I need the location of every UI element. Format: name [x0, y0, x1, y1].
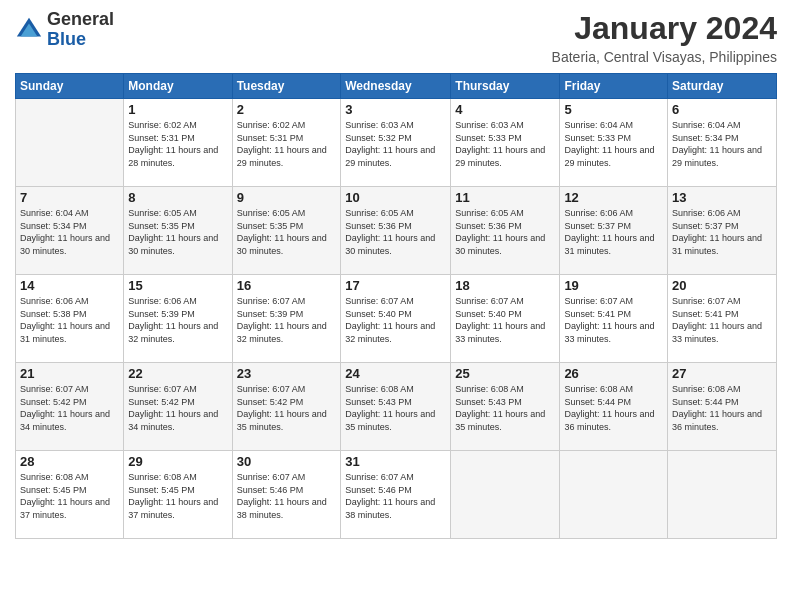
day-number: 25 [455, 366, 555, 381]
header-friday: Friday [560, 74, 668, 99]
day-number: 7 [20, 190, 119, 205]
header-thursday: Thursday [451, 74, 560, 99]
day-number: 5 [564, 102, 663, 117]
day-info: Sunrise: 6:08 AMSunset: 5:44 PMDaylight:… [672, 383, 772, 433]
day-number: 18 [455, 278, 555, 293]
header-monday: Monday [124, 74, 232, 99]
table-row [560, 451, 668, 539]
day-info: Sunrise: 6:05 AMSunset: 5:36 PMDaylight:… [345, 207, 446, 257]
day-number: 6 [672, 102, 772, 117]
table-row: 17Sunrise: 6:07 AMSunset: 5:40 PMDayligh… [341, 275, 451, 363]
day-info: Sunrise: 6:08 AMSunset: 5:43 PMDaylight:… [455, 383, 555, 433]
day-info: Sunrise: 6:08 AMSunset: 5:44 PMDaylight:… [564, 383, 663, 433]
table-row: 3Sunrise: 6:03 AMSunset: 5:32 PMDaylight… [341, 99, 451, 187]
day-info: Sunrise: 6:08 AMSunset: 5:43 PMDaylight:… [345, 383, 446, 433]
table-row: 2Sunrise: 6:02 AMSunset: 5:31 PMDaylight… [232, 99, 341, 187]
logo-text: General Blue [47, 10, 114, 50]
table-row: 9Sunrise: 6:05 AMSunset: 5:35 PMDaylight… [232, 187, 341, 275]
table-row: 8Sunrise: 6:05 AMSunset: 5:35 PMDaylight… [124, 187, 232, 275]
day-number: 15 [128, 278, 227, 293]
day-number: 23 [237, 366, 337, 381]
table-row: 1Sunrise: 6:02 AMSunset: 5:31 PMDaylight… [124, 99, 232, 187]
day-info: Sunrise: 6:04 AMSunset: 5:34 PMDaylight:… [20, 207, 119, 257]
table-row: 30Sunrise: 6:07 AMSunset: 5:46 PMDayligh… [232, 451, 341, 539]
day-number: 10 [345, 190, 446, 205]
table-row: 26Sunrise: 6:08 AMSunset: 5:44 PMDayligh… [560, 363, 668, 451]
day-info: Sunrise: 6:07 AMSunset: 5:42 PMDaylight:… [20, 383, 119, 433]
table-row: 7Sunrise: 6:04 AMSunset: 5:34 PMDaylight… [16, 187, 124, 275]
header-saturday: Saturday [668, 74, 777, 99]
day-info: Sunrise: 6:03 AMSunset: 5:33 PMDaylight:… [455, 119, 555, 169]
calendar-header-row: Sunday Monday Tuesday Wednesday Thursday… [16, 74, 777, 99]
day-number: 31 [345, 454, 446, 469]
day-info: Sunrise: 6:06 AMSunset: 5:37 PMDaylight:… [564, 207, 663, 257]
day-number: 20 [672, 278, 772, 293]
table-row: 14Sunrise: 6:06 AMSunset: 5:38 PMDayligh… [16, 275, 124, 363]
day-number: 2 [237, 102, 337, 117]
day-info: Sunrise: 6:06 AMSunset: 5:39 PMDaylight:… [128, 295, 227, 345]
day-info: Sunrise: 6:07 AMSunset: 5:42 PMDaylight:… [237, 383, 337, 433]
day-info: Sunrise: 6:07 AMSunset: 5:40 PMDaylight:… [345, 295, 446, 345]
day-info: Sunrise: 6:08 AMSunset: 5:45 PMDaylight:… [20, 471, 119, 521]
day-number: 16 [237, 278, 337, 293]
table-row: 10Sunrise: 6:05 AMSunset: 5:36 PMDayligh… [341, 187, 451, 275]
location-subtitle: Bateria, Central Visayas, Philippines [552, 49, 777, 65]
table-row: 13Sunrise: 6:06 AMSunset: 5:37 PMDayligh… [668, 187, 777, 275]
day-info: Sunrise: 6:07 AMSunset: 5:46 PMDaylight:… [237, 471, 337, 521]
day-info: Sunrise: 6:05 AMSunset: 5:35 PMDaylight:… [128, 207, 227, 257]
table-row: 15Sunrise: 6:06 AMSunset: 5:39 PMDayligh… [124, 275, 232, 363]
logo-icon [15, 16, 43, 44]
table-row [16, 99, 124, 187]
day-info: Sunrise: 6:02 AMSunset: 5:31 PMDaylight:… [128, 119, 227, 169]
table-row: 29Sunrise: 6:08 AMSunset: 5:45 PMDayligh… [124, 451, 232, 539]
calendar-week-row: 21Sunrise: 6:07 AMSunset: 5:42 PMDayligh… [16, 363, 777, 451]
day-number: 26 [564, 366, 663, 381]
day-info: Sunrise: 6:03 AMSunset: 5:32 PMDaylight:… [345, 119, 446, 169]
day-number: 14 [20, 278, 119, 293]
day-number: 27 [672, 366, 772, 381]
day-info: Sunrise: 6:07 AMSunset: 5:46 PMDaylight:… [345, 471, 446, 521]
table-row: 21Sunrise: 6:07 AMSunset: 5:42 PMDayligh… [16, 363, 124, 451]
logo: General Blue [15, 10, 114, 50]
header-wednesday: Wednesday [341, 74, 451, 99]
table-row: 20Sunrise: 6:07 AMSunset: 5:41 PMDayligh… [668, 275, 777, 363]
day-number: 8 [128, 190, 227, 205]
day-number: 9 [237, 190, 337, 205]
table-row: 23Sunrise: 6:07 AMSunset: 5:42 PMDayligh… [232, 363, 341, 451]
day-info: Sunrise: 6:07 AMSunset: 5:42 PMDaylight:… [128, 383, 227, 433]
day-info: Sunrise: 6:02 AMSunset: 5:31 PMDaylight:… [237, 119, 337, 169]
table-row: 28Sunrise: 6:08 AMSunset: 5:45 PMDayligh… [16, 451, 124, 539]
header-sunday: Sunday [16, 74, 124, 99]
calendar-week-row: 1Sunrise: 6:02 AMSunset: 5:31 PMDaylight… [16, 99, 777, 187]
page: General Blue January 2024 Bateria, Centr… [0, 0, 792, 612]
table-row: 16Sunrise: 6:07 AMSunset: 5:39 PMDayligh… [232, 275, 341, 363]
day-number: 11 [455, 190, 555, 205]
day-number: 1 [128, 102, 227, 117]
calendar-week-row: 14Sunrise: 6:06 AMSunset: 5:38 PMDayligh… [16, 275, 777, 363]
day-number: 3 [345, 102, 446, 117]
day-number: 30 [237, 454, 337, 469]
day-info: Sunrise: 6:07 AMSunset: 5:39 PMDaylight:… [237, 295, 337, 345]
table-row: 4Sunrise: 6:03 AMSunset: 5:33 PMDaylight… [451, 99, 560, 187]
day-number: 13 [672, 190, 772, 205]
logo-blue: Blue [47, 29, 86, 49]
day-number: 12 [564, 190, 663, 205]
day-info: Sunrise: 6:04 AMSunset: 5:34 PMDaylight:… [672, 119, 772, 169]
table-row: 24Sunrise: 6:08 AMSunset: 5:43 PMDayligh… [341, 363, 451, 451]
month-title: January 2024 [552, 10, 777, 47]
day-info: Sunrise: 6:07 AMSunset: 5:41 PMDaylight:… [564, 295, 663, 345]
table-row: 6Sunrise: 6:04 AMSunset: 5:34 PMDaylight… [668, 99, 777, 187]
table-row: 18Sunrise: 6:07 AMSunset: 5:40 PMDayligh… [451, 275, 560, 363]
day-number: 21 [20, 366, 119, 381]
table-row: 11Sunrise: 6:05 AMSunset: 5:36 PMDayligh… [451, 187, 560, 275]
table-row: 22Sunrise: 6:07 AMSunset: 5:42 PMDayligh… [124, 363, 232, 451]
table-row [451, 451, 560, 539]
calendar-table: Sunday Monday Tuesday Wednesday Thursday… [15, 73, 777, 539]
title-section: January 2024 Bateria, Central Visayas, P… [552, 10, 777, 65]
day-number: 4 [455, 102, 555, 117]
day-info: Sunrise: 6:05 AMSunset: 5:36 PMDaylight:… [455, 207, 555, 257]
table-row: 25Sunrise: 6:08 AMSunset: 5:43 PMDayligh… [451, 363, 560, 451]
table-row: 31Sunrise: 6:07 AMSunset: 5:46 PMDayligh… [341, 451, 451, 539]
day-info: Sunrise: 6:04 AMSunset: 5:33 PMDaylight:… [564, 119, 663, 169]
day-number: 19 [564, 278, 663, 293]
